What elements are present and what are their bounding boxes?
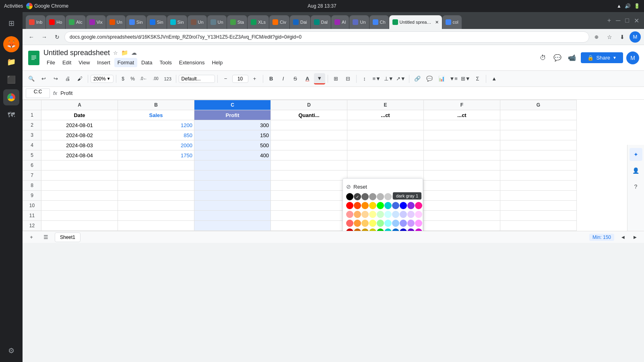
cell-A5[interactable]: 2024-08-04: [41, 150, 118, 160]
row-header-3[interactable]: 3: [23, 130, 41, 140]
bold-button[interactable]: B: [266, 73, 277, 84]
cell-C6[interactable]: [194, 160, 271, 171]
share-button[interactable]: 🔒 Share ▼: [581, 52, 623, 63]
download-button[interactable]: ⬇: [617, 31, 628, 43]
cell-C5[interactable]: 400: [194, 150, 271, 160]
cell-E2[interactable]: [347, 120, 424, 130]
color-swatch-4-4[interactable]: [377, 228, 384, 231]
color-swatch-0-1[interactable]: ✓: [354, 193, 361, 200]
color-swatch-2-6[interactable]: [392, 211, 399, 218]
cell-E5[interactable]: [347, 150, 424, 160]
rotate-button[interactable]: ↗▼: [395, 73, 407, 84]
browser-tab-16[interactable]: Un: [349, 15, 369, 29]
color-swatch-1-4[interactable]: [377, 202, 384, 209]
window-minimize[interactable]: ─: [614, 15, 622, 26]
menu-item-help[interactable]: Help: [208, 58, 226, 67]
decrease-decimals-button[interactable]: .0←: [138, 73, 149, 84]
cell-C4[interactable]: 500: [194, 140, 271, 150]
increase-font-button[interactable]: +: [249, 73, 260, 84]
table-button[interactable]: ⊞▼: [460, 73, 471, 84]
wrap-button[interactable]: ↕: [359, 73, 370, 84]
color-swatch-0-3[interactable]: [369, 193, 376, 200]
cell-G12[interactable]: [500, 221, 577, 231]
window-maximize[interactable]: □: [623, 15, 631, 26]
cell-F1[interactable]: ...ct: [424, 110, 500, 120]
color-swatch-1-7[interactable]: [400, 202, 407, 209]
cell-D1[interactable]: Quanti...: [271, 110, 347, 120]
merge-button[interactable]: ⊟: [343, 73, 354, 84]
refresh-button[interactable]: ↻: [52, 31, 63, 43]
tab-close-18[interactable]: ✕: [435, 20, 439, 25]
menu-item-tools[interactable]: Tools: [156, 58, 175, 67]
browser-tab-13[interactable]: Dai: [290, 15, 310, 29]
color-swatch-0-0[interactable]: [346, 193, 353, 200]
cell-B7[interactable]: [118, 171, 194, 181]
cell-C10[interactable]: [194, 201, 271, 211]
increase-decimals-button[interactable]: .00: [150, 73, 161, 84]
text-color-button[interactable]: A: [302, 73, 313, 84]
filter-button[interactable]: ▼≡: [448, 73, 459, 84]
color-swatch-1-6[interactable]: [392, 202, 399, 209]
browser-tab-2[interactable]: Alc: [66, 15, 85, 29]
cell-C2[interactable]: 300: [194, 120, 271, 130]
firefox-icon[interactable]: 🦊: [3, 36, 19, 52]
color-swatch-1-8[interactable]: [407, 202, 415, 209]
cell-E1[interactable]: ...ct: [347, 110, 424, 120]
collapse-toolbar-button[interactable]: ▲: [489, 73, 500, 84]
menu-item-file[interactable]: File: [43, 58, 58, 67]
undo-button[interactable]: ↩: [38, 73, 49, 84]
col-header-c[interactable]: C: [194, 100, 271, 110]
row-header-8[interactable]: 8: [23, 181, 41, 191]
cell-D4[interactable]: [271, 140, 347, 150]
color-swatch-2-9[interactable]: [415, 211, 422, 218]
cell-B4[interactable]: 2000: [118, 140, 194, 150]
color-swatch-4-6[interactable]: [392, 228, 399, 231]
color-swatch-4-0[interactable]: [346, 228, 353, 231]
percent-button[interactable]: %: [128, 73, 137, 84]
color-swatch-1-3[interactable]: [369, 202, 376, 209]
cell-A9[interactable]: [41, 191, 118, 201]
italic-button[interactable]: I: [278, 73, 289, 84]
cell-A6[interactable]: [41, 160, 118, 171]
cell-F8[interactable]: [424, 181, 500, 191]
cell-G6[interactable]: [500, 160, 577, 171]
cell-G3[interactable]: [500, 130, 577, 140]
help-icon[interactable]: ?: [630, 180, 642, 193]
color-swatch-2-8[interactable]: [407, 211, 415, 218]
browser-tab-6[interactable]: Sin: [147, 15, 167, 29]
col-header-f[interactable]: F: [424, 100, 500, 110]
browser-tab-18[interactable]: Untitled spreadsheet✕: [389, 15, 442, 29]
cell-E4[interactable]: [347, 140, 424, 150]
browser-tab-3[interactable]: Vix: [86, 15, 106, 29]
cell-G8[interactable]: [500, 181, 577, 191]
forward-button[interactable]: →: [39, 31, 50, 43]
color-swatch-1-1[interactable]: [354, 202, 361, 209]
reset-color-row[interactable]: ⊘ Reset: [346, 182, 419, 191]
cell-G10[interactable]: [500, 201, 577, 211]
browser-tab-8[interactable]: Un: [188, 15, 207, 29]
color-swatch-3-9[interactable]: [415, 220, 422, 227]
menu-item-edit[interactable]: Edit: [59, 58, 74, 67]
row-header-7[interactable]: 7: [23, 171, 41, 181]
cell-F10[interactable]: [424, 201, 500, 211]
cell-F11[interactable]: [424, 211, 500, 221]
call-button[interactable]: 📹: [566, 52, 578, 64]
color-swatch-3-5[interactable]: [384, 220, 392, 227]
browser-tab-9[interactable]: Un: [207, 15, 227, 29]
cell-A8[interactable]: [41, 181, 118, 191]
cell-D11[interactable]: [271, 211, 347, 221]
cell-A12[interactable]: [41, 221, 118, 231]
browser-tab-0[interactable]: Inb: [26, 15, 45, 29]
cell-G2[interactable]: [500, 120, 577, 130]
address-bar[interactable]: docs.google.com/spreadsheets/d/16KSKSJVn…: [64, 31, 589, 43]
zoom-button[interactable]: ⊕: [591, 31, 602, 43]
cell-C9[interactable]: [194, 191, 271, 201]
browser-tab-5[interactable]: Sin: [126, 15, 146, 29]
sheet1-tab[interactable]: Sheet1: [55, 232, 80, 242]
cell-C11[interactable]: [194, 211, 271, 221]
color-swatch-1-2[interactable]: [361, 202, 369, 209]
fill-color-button[interactable]: ▼: [314, 73, 325, 84]
browser-tab-12[interactable]: Civ: [269, 15, 289, 29]
star-icon[interactable]: ☆: [113, 50, 118, 56]
cell-B3[interactable]: 850: [118, 130, 194, 140]
